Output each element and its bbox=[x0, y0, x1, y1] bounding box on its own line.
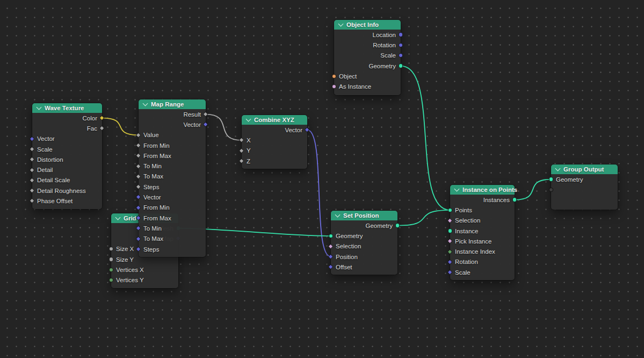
node-header[interactable]: Wave Texture bbox=[32, 103, 102, 113]
node-group-output[interactable]: Group OutputGeometry bbox=[551, 164, 618, 210]
node-header[interactable]: Set Position bbox=[331, 211, 397, 220]
socket-label: From Min bbox=[143, 142, 170, 149]
node-row: Vector bbox=[242, 125, 307, 135]
socket-label: Detail bbox=[37, 167, 53, 173]
node-combine-xyz[interactable]: Combine XYZVectorXYZ bbox=[242, 115, 307, 169]
socket-geometry-out[interactable] bbox=[399, 63, 403, 68]
node-header[interactable]: Map Range bbox=[139, 99, 206, 109]
node-header[interactable]: Object Info bbox=[334, 20, 401, 30]
node-title: Group Output bbox=[563, 166, 604, 173]
node-row: From Min bbox=[139, 140, 206, 151]
node-object-info[interactable]: Object InfoLocationRotationScaleGeometry… bbox=[334, 20, 401, 95]
node-row: Value bbox=[139, 130, 206, 140]
node-title: Object Info bbox=[346, 22, 379, 28]
wire-instance-on-points-to-group-output bbox=[515, 180, 551, 200]
node-row: Detail Roughness bbox=[32, 185, 102, 196]
node-row: From Min bbox=[139, 203, 206, 213]
collapse-chevron-icon[interactable] bbox=[338, 22, 344, 27]
socket-label: From Max bbox=[143, 215, 171, 221]
socket-label: Scale bbox=[380, 52, 396, 59]
node-row: Points bbox=[450, 205, 515, 215]
collapse-chevron-icon[interactable] bbox=[37, 105, 42, 110]
node-row: To Min bbox=[139, 223, 206, 233]
node-row: Scale bbox=[32, 144, 102, 154]
socket-label: Instances bbox=[483, 197, 510, 203]
socket-label: Distortion bbox=[37, 156, 63, 163]
node-set-position[interactable]: Set PositionGeometryGeometrySelectionPos… bbox=[331, 211, 397, 275]
socket-label: From Max bbox=[143, 153, 171, 159]
collapse-chevron-icon[interactable] bbox=[246, 117, 251, 122]
socket-label: Geometry bbox=[556, 176, 583, 183]
socket-label: Color bbox=[83, 115, 97, 121]
node-row: To Max bbox=[139, 234, 206, 244]
node-header[interactable]: Combine XYZ bbox=[242, 115, 307, 125]
socket-scale-out[interactable] bbox=[399, 53, 403, 58]
socket-label: Selection bbox=[455, 217, 480, 224]
socket-instances-out[interactable] bbox=[512, 197, 517, 202]
node-row: Position bbox=[331, 252, 397, 262]
socket-location-out[interactable] bbox=[399, 32, 403, 37]
node-row: Fac bbox=[32, 123, 102, 133]
node-row: To Max bbox=[139, 171, 206, 182]
socket-label: Vector bbox=[37, 135, 55, 142]
node-row: Result bbox=[139, 109, 206, 119]
collapse-chevron-icon[interactable] bbox=[454, 187, 460, 192]
socket-label: Steps bbox=[143, 246, 159, 253]
node-row: Geometry bbox=[551, 174, 618, 184]
node-row: Y bbox=[242, 146, 307, 156]
socket-label: Y bbox=[247, 147, 251, 154]
node-header[interactable]: Group Output bbox=[551, 164, 618, 174]
wire-combine-xyz-to-set-position bbox=[307, 130, 331, 257]
socket-label: Pick Instance bbox=[455, 238, 491, 245]
socket-label: Vector bbox=[285, 127, 302, 133]
socket-label: Detail Scale bbox=[37, 177, 70, 183]
collapse-chevron-icon[interactable] bbox=[115, 215, 121, 220]
node-row bbox=[551, 184, 618, 195]
socket-geometry-in[interactable] bbox=[549, 177, 553, 181]
socket-geometry-out[interactable] bbox=[395, 223, 400, 227]
socket-rotation-out[interactable] bbox=[399, 43, 403, 47]
socket-label: Steps bbox=[143, 184, 159, 190]
collapse-chevron-icon[interactable] bbox=[143, 101, 148, 106]
collapse-chevron-icon[interactable] bbox=[555, 166, 561, 171]
node-row: Detail Scale bbox=[32, 175, 102, 185]
socket-label: Fac bbox=[87, 125, 97, 132]
node-title: Combine XYZ bbox=[254, 117, 294, 123]
socket-label: To Max bbox=[143, 235, 163, 242]
collapse-chevron-icon[interactable] bbox=[335, 212, 341, 218]
socket-label: Vector bbox=[183, 121, 201, 128]
socket-label: Vertices Y bbox=[116, 277, 144, 283]
node-row: Steps bbox=[139, 244, 206, 254]
node-map-range[interactable]: Map RangeResultVectorValueFrom MinFrom M… bbox=[139, 99, 206, 257]
socket-instance-in[interactable] bbox=[448, 228, 452, 233]
socket-label: Z bbox=[247, 158, 250, 164]
socket-label: Scale bbox=[455, 269, 471, 276]
node-row: Instance bbox=[450, 226, 515, 236]
socket-label: Rotation bbox=[455, 259, 478, 265]
socket-label: Instance bbox=[455, 228, 478, 234]
node-wave-texture[interactable]: Wave TextureColorFacVectorScaleDistortio… bbox=[32, 103, 102, 209]
node-row: Location bbox=[334, 30, 401, 40]
socket-label: Phase Offset bbox=[37, 198, 73, 204]
node-row: Vertices X bbox=[111, 264, 178, 275]
node-row: X bbox=[242, 135, 307, 145]
node-header[interactable]: Instance on Points bbox=[450, 185, 515, 195]
wire-set-position-to-instance-on-points bbox=[397, 210, 450, 226]
node-row: Vector bbox=[139, 192, 206, 202]
socket-label: Value bbox=[143, 132, 159, 138]
node-row: Instances bbox=[450, 195, 515, 205]
socket-label: Geometry bbox=[369, 63, 396, 69]
socket-size-y-in[interactable] bbox=[109, 257, 113, 261]
node-row: Vector bbox=[32, 134, 102, 144]
node-row: Vector bbox=[139, 119, 206, 130]
wire-wave-texture-to-map-range bbox=[102, 118, 139, 135]
node-title: Grid bbox=[124, 215, 136, 221]
node-row: Steps bbox=[139, 182, 206, 192]
node-instance-on-points[interactable]: Instance on PointsInstancesPointsSelecti… bbox=[450, 185, 515, 280]
socket-label: Geometry bbox=[366, 223, 393, 229]
socket-label: Offset bbox=[336, 264, 352, 270]
socket-label: Result bbox=[183, 111, 201, 118]
node-row: Geometry bbox=[331, 220, 397, 231]
socket-label: Vertices X bbox=[116, 267, 144, 273]
node-editor-canvas[interactable]: Wave TextureColorFacVectorScaleDistortio… bbox=[0, 0, 644, 358]
